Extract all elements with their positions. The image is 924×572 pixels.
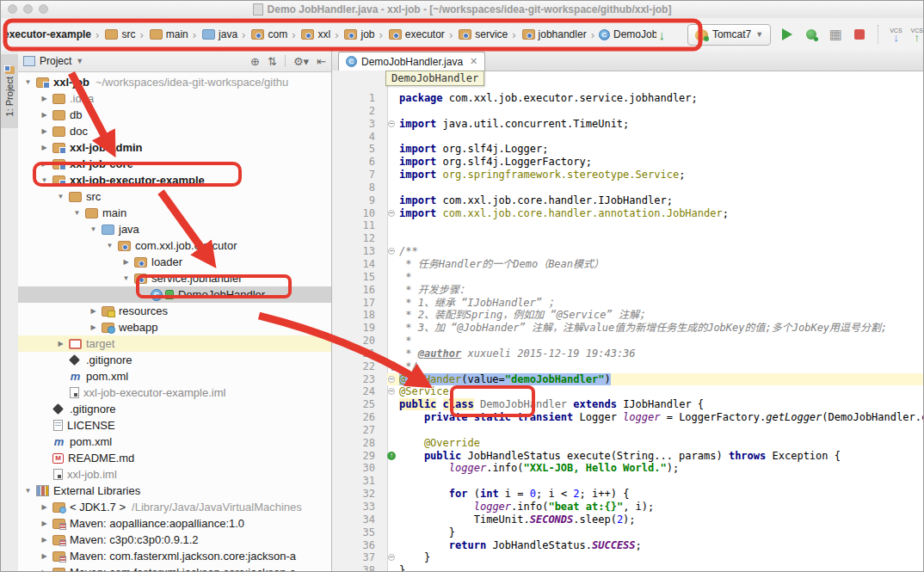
minimize-window-icon[interactable] [23, 4, 33, 14]
vcs-commit-button[interactable]: VCS↑ [911, 28, 923, 41]
tree-row-label: src [86, 190, 101, 203]
project-tree[interactable]: ▼xxl-job~/workspaces/idea-git-workspace/… [18, 72, 331, 572]
breadcrumb-item-service[interactable]: service [456, 28, 508, 40]
override-method-icon[interactable]: ↑ [387, 452, 396, 460]
fold-toggle-icon[interactable] [388, 248, 395, 255]
tree-toggle-icon[interactable]: ▶ [38, 127, 51, 135]
navigate-down-icon[interactable]: ↓ [658, 28, 665, 42]
locate-icon[interactable]: ⊕ [250, 55, 260, 68]
tree-row-doc[interactable]: ▶doc [18, 123, 331, 139]
tree-toggle-icon[interactable]: ▶ [38, 552, 51, 560]
code-editor[interactable]: 1package com.xxl.job.executor.service.jo… [332, 92, 924, 572]
tree-row--jdk1-7-[interactable]: ▶< JDK1.7 >/Library/Java/JavaVirtualMach… [18, 499, 331, 515]
tab-demojobhandler[interactable]: C DemoJobHandler.java ✕ [338, 52, 485, 71]
mavenlib-icon [52, 519, 65, 529]
tree-toggle-icon[interactable]: ▶ [38, 111, 51, 119]
tree-toggle-icon[interactable]: ▼ [120, 274, 132, 282]
tree-toggle-icon[interactable]: ▼ [54, 193, 67, 200]
scroll-from-source-icon[interactable]: ⇅ [268, 55, 277, 68]
tree-row-db[interactable]: ▶db [18, 107, 331, 123]
collapse-all-icon[interactable]: ⇤ [317, 55, 326, 68]
breadcrumb-separator: › [292, 28, 295, 41]
project-panel-title[interactable]: Project ▼ [23, 55, 250, 67]
tree-row-maven-com-fasterxml-jackson-core-jackson-a[interactable]: ▶Maven: com.fasterxml.jackson.core:jacks… [18, 548, 331, 564]
tree-row-xxl-job-executor-example[interactable]: ▼xxl-job-executor-example [18, 172, 331, 188]
tree-row-pom-xml[interactable]: mpom.xml [18, 368, 331, 384]
tree-row-service-jobhandler[interactable]: ▼service.jobhandler [18, 270, 331, 286]
tree-row-main[interactable]: ▼main [18, 205, 331, 221]
tree-toggle-icon[interactable]: ▶ [38, 144, 51, 151]
intention-bulb-icon[interactable] [389, 361, 397, 369]
tree-row-pom-xml[interactable]: mpom.xml [18, 434, 331, 450]
breadcrumb-item-executor-example[interactable]: executor-example [3, 28, 92, 40]
code-line-text: import org.springframework.stereotype.Se… [399, 169, 924, 181]
tree-toggle-icon[interactable]: ▶ [38, 95, 51, 102]
breadcrumb-item-com[interactable]: com [249, 28, 288, 40]
zoom-window-icon[interactable] [39, 4, 48, 14]
tree-row--gitignore[interactable]: .gitignore [18, 401, 331, 417]
tree-row--idea[interactable]: ▶.idea [18, 90, 331, 107]
tree-toggle-icon[interactable]: ▶ [87, 323, 100, 331]
tree-toggle-icon[interactable]: ▶ [54, 340, 67, 348]
tree-row-resources[interactable]: ▶resources [18, 303, 331, 319]
tree-row-license[interactable]: LICENSE [18, 417, 331, 434]
breadcrumb-item-main[interactable]: main [147, 28, 189, 40]
tree-row-maven-c3p0-c3p0-0-9-1-2[interactable]: ▶Maven: c3p0:c3p0:0.9.1.2 [18, 532, 331, 548]
breadcrumb-item-src[interactable]: src [102, 28, 136, 40]
settings-gear-icon[interactable]: ⚙▾ [293, 55, 309, 68]
fold-toggle-icon[interactable] [388, 554, 395, 561]
tree-toggle-icon[interactable]: ▶ [87, 307, 100, 315]
tree-toggle-icon[interactable]: ▶ [38, 520, 51, 527]
vcs-update-button[interactable]: VCS↓ [890, 28, 902, 41]
tree-row-xxl-job[interactable]: ▼xxl-job~/workspaces/idea-git-workspace/… [18, 74, 331, 90]
close-tab-icon[interactable]: ✕ [470, 56, 477, 67]
tree-row-maven-com-fasterxml-jackson-core-jackson-c[interactable]: ▶Maven: com.fasterxml.jackson.core:jacks… [18, 564, 331, 572]
tree-row-com-xxl-job-executor[interactable]: ▼com.xxl.job.executor [18, 237, 331, 254]
project-folder-icon [5, 66, 15, 74]
tree-row-external-libraries[interactable]: ▼External Libraries [18, 483, 331, 499]
breadcrumb-item-job[interactable]: job [342, 28, 375, 40]
fold-toggle-icon[interactable] [388, 120, 395, 127]
close-window-icon[interactable] [8, 4, 17, 14]
tree-toggle-icon[interactable]: ▼ [22, 78, 34, 86]
fold-toggle-icon[interactable] [388, 388, 395, 395]
tree-row-src[interactable]: ▼src [18, 188, 331, 205]
tree-row-xxl-job-executor-example-iml[interactable]: xxl-job-executor-example.iml [18, 384, 331, 401]
tree-row-maven-aopalliance-aopalliance-1-0[interactable]: ▶Maven: aopalliance:aopalliance:1.0 [18, 515, 331, 532]
stop-button[interactable] [852, 27, 867, 42]
run-configuration-select[interactable]: Tomcat7 ▼ [687, 24, 771, 46]
tree-toggle-icon[interactable]: ▶ [38, 503, 51, 511]
tree-row--gitignore[interactable]: .gitignore [18, 352, 331, 368]
tree-toggle-icon[interactable]: ▼ [71, 209, 83, 217]
tree-toggle-icon[interactable]: ▶ [120, 258, 132, 266]
breadcrumb-item-java[interactable]: java [200, 28, 238, 40]
breadcrumb-item-jobhandler[interactable]: jobhandler [520, 28, 588, 40]
folder-icon [85, 208, 98, 218]
breadcrumb-item-xxl[interactable]: xxl [299, 28, 331, 40]
tree-row-xxl-job-admin[interactable]: ▶xxl-job-admin [18, 139, 331, 156]
fold-toggle-icon[interactable] [388, 376, 395, 383]
tree-toggle-icon[interactable]: ▼ [22, 487, 34, 495]
tree-row-java[interactable]: ▼java [18, 221, 331, 237]
tree-toggle-icon[interactable]: ▶ [38, 160, 51, 168]
tree-toggle-icon[interactable]: ▶ [38, 569, 51, 572]
tree-row-xxl-job-iml[interactable]: xxl-job.iml [18, 466, 331, 483]
tree-row-readme-md[interactable]: MREADME.md [18, 450, 331, 466]
window-controls[interactable] [8, 4, 48, 14]
tree-toggle-icon[interactable]: ▼ [38, 176, 51, 184]
tree-toggle-icon[interactable]: ▼ [103, 242, 116, 249]
debug-button[interactable] [804, 27, 819, 42]
breadcrumb-item-demojobhandler[interactable]: CDemoJobHandler [598, 28, 656, 40]
tree-row-loader[interactable]: ▶loader [18, 254, 331, 270]
project-tool-window-tab[interactable]: 1: Project [1, 54, 18, 128]
breadcrumb-item-executor[interactable]: executor [386, 28, 446, 40]
tree-row-target[interactable]: ▶target [18, 335, 331, 352]
tree-row-webapp[interactable]: ▶webapp [18, 319, 331, 335]
tree-row-xxl-job-core[interactable]: ▶xxl-job-core [18, 156, 331, 172]
coverage-button[interactable]: ▦ [828, 27, 843, 42]
tree-row-demojobhandler[interactable]: CDemoJobHandler [18, 286, 331, 303]
run-button[interactable] [779, 27, 795, 42]
tree-toggle-icon[interactable]: ▼ [87, 225, 100, 233]
tree-toggle-icon[interactable]: ▶ [38, 536, 51, 544]
fold-toggle-icon[interactable] [388, 210, 395, 217]
